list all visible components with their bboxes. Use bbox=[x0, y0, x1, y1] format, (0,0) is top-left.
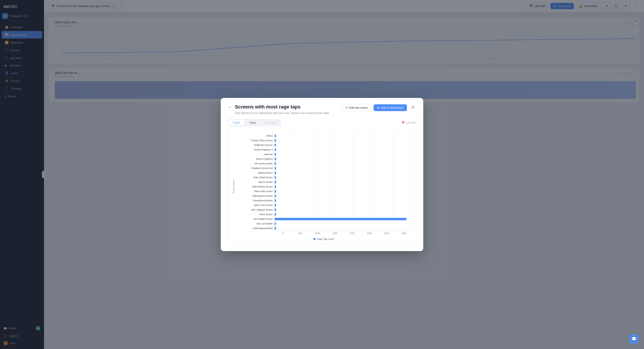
bar-fill bbox=[275, 195, 276, 197]
bar-label: Add to Cart Screen bbox=[235, 204, 274, 206]
bar-track bbox=[274, 184, 412, 189]
bar-track bbox=[274, 221, 412, 226]
bar-row: SubCategoryActivity bbox=[235, 226, 412, 230]
bar-label: Sign-in Screen bbox=[235, 181, 274, 183]
bar-label: Item Details Screen bbox=[235, 218, 274, 220]
bar-track bbox=[274, 208, 412, 212]
bar-label: unknown bbox=[235, 153, 274, 156]
bar-track bbox=[274, 134, 412, 138]
modal-close-button[interactable]: ✕ bbox=[410, 104, 416, 111]
modal-header-actions: ✎ Edit this report ⊕ Add to dashboard bbox=[342, 104, 407, 111]
bar-track bbox=[274, 226, 412, 230]
bar-label: Place order screen bbox=[235, 190, 274, 192]
modal-title: Screens with most rage taps bbox=[235, 104, 340, 110]
bar-fill bbox=[275, 162, 276, 165]
edit-report-label: Edit this report bbox=[349, 106, 368, 109]
bar-fill bbox=[275, 176, 276, 179]
bar-label: Item Category Screen bbox=[235, 208, 274, 211]
bar-label: Feedback Screen test bbox=[235, 167, 274, 170]
bar-fill bbox=[275, 135, 276, 137]
add-dashboard-label: Add to dashboard bbox=[381, 106, 404, 109]
tab-numeric: Numeric bbox=[261, 120, 280, 126]
modal-title-block: Screens with most rage taps Add reports … bbox=[235, 104, 340, 115]
x-axis: 0500100015002000250030003500 bbox=[274, 230, 412, 234]
bar-label: Info screen activity bbox=[235, 162, 274, 165]
tab-table[interactable]: Table bbox=[245, 120, 260, 126]
bar-fill bbox=[275, 213, 276, 216]
bar-row: Order Detail Screen bbox=[235, 175, 412, 180]
bar-row: Notification Screen bbox=[235, 143, 412, 148]
edit-icon: ✎ bbox=[346, 106, 348, 109]
chart-body: OthersPrivacy Policy ScreenNotification … bbox=[235, 134, 412, 240]
legend-dot bbox=[314, 238, 316, 240]
add-to-dashboard-button[interactable]: ⊕ Add to dashboard bbox=[374, 104, 407, 111]
bar-track bbox=[274, 161, 412, 166]
bar-label: Item List Update bbox=[235, 222, 274, 225]
bar-fill bbox=[275, 144, 276, 146]
bar-fill bbox=[275, 190, 276, 192]
chart-period: 📅 Last 30D bbox=[402, 121, 416, 124]
bar-fill bbox=[275, 139, 276, 142]
bar-row: Info screen activity bbox=[235, 161, 412, 166]
bar-label: PopularItemsActivity bbox=[235, 199, 274, 202]
bar-row: Order History Screen bbox=[235, 184, 412, 189]
bar-fill bbox=[275, 158, 276, 160]
bar-row: PopularItemsActivity bbox=[235, 198, 412, 203]
x-tick: 2000 bbox=[344, 232, 361, 234]
bar-track bbox=[274, 198, 412, 203]
bar-fill bbox=[275, 148, 276, 151]
modal-description: Add reports to your dashboard with one c… bbox=[235, 111, 340, 115]
bar-fill bbox=[275, 181, 276, 183]
bar-track bbox=[274, 143, 412, 148]
bar-track bbox=[274, 217, 412, 221]
chat-bubble[interactable]: 💬 bbox=[629, 334, 639, 344]
bar-row: Feedback Screen test bbox=[235, 166, 412, 170]
bar-track bbox=[274, 212, 412, 217]
bar-label: Order Detail Screen bbox=[235, 176, 274, 179]
x-tick: 1500 bbox=[326, 232, 343, 234]
bar-fill bbox=[275, 218, 406, 220]
bar-track bbox=[274, 152, 412, 157]
calendar-small-icon: 📅 bbox=[402, 121, 405, 124]
plus-circle-icon: ⊕ bbox=[377, 106, 380, 109]
bar-row: Add to Cart Screen bbox=[235, 203, 412, 208]
x-tick: 500 bbox=[292, 232, 309, 234]
bar-track bbox=[274, 180, 412, 184]
bar-label: Screen Fragment bbox=[235, 158, 274, 160]
x-tick: 3000 bbox=[378, 232, 395, 234]
bar-fill bbox=[275, 208, 276, 211]
bar-track bbox=[274, 166, 412, 170]
bar-row: Screen Fragment bbox=[235, 157, 412, 161]
modal-overlay[interactable]: ← Screens with most rage taps Add report… bbox=[0, 0, 644, 349]
modal-back-button[interactable]: ← bbox=[228, 104, 233, 110]
chart-legend: Rage Tap count bbox=[235, 238, 412, 240]
bar-track bbox=[274, 175, 412, 180]
bar-row: SignUp Screen bbox=[235, 170, 412, 175]
bar-fill bbox=[275, 199, 276, 202]
bar-fill bbox=[275, 167, 276, 170]
x-tick: 2500 bbox=[361, 232, 378, 234]
bar-row: Item Category Screen bbox=[235, 208, 412, 212]
bar-row: Home Screen bbox=[235, 212, 412, 217]
bar-row: Place order screen bbox=[235, 189, 412, 194]
bar-label: Home Screen bbox=[235, 213, 274, 216]
bar-row: Privacy Policy Screen bbox=[235, 138, 412, 143]
bar-row: Add payment screen bbox=[235, 194, 412, 198]
bar-fill bbox=[275, 153, 276, 156]
chart-tabs: Chart Table Numeric bbox=[228, 119, 281, 126]
modal-header: ← Screens with most rage taps Add report… bbox=[228, 104, 416, 115]
bar-fill bbox=[275, 222, 276, 225]
bar-row: Item List Update bbox=[235, 221, 412, 226]
x-tick: 3500 bbox=[395, 232, 412, 234]
tab-chart[interactable]: Chart bbox=[228, 120, 244, 126]
bar-fill bbox=[275, 227, 276, 230]
bar-fill bbox=[275, 172, 276, 174]
bar-track bbox=[274, 194, 412, 198]
bar-track bbox=[274, 148, 412, 152]
edit-report-button[interactable]: ✎ Edit this report bbox=[342, 104, 372, 111]
bar-label: Screen Fragment 2 bbox=[235, 148, 274, 151]
y-axis-label: Screen name bbox=[232, 134, 235, 240]
chart-container: Screen name OthersPrivacy Policy ScreenN… bbox=[228, 128, 416, 244]
bar-row: Sign-in Screen bbox=[235, 180, 412, 184]
bar-track bbox=[274, 189, 412, 194]
